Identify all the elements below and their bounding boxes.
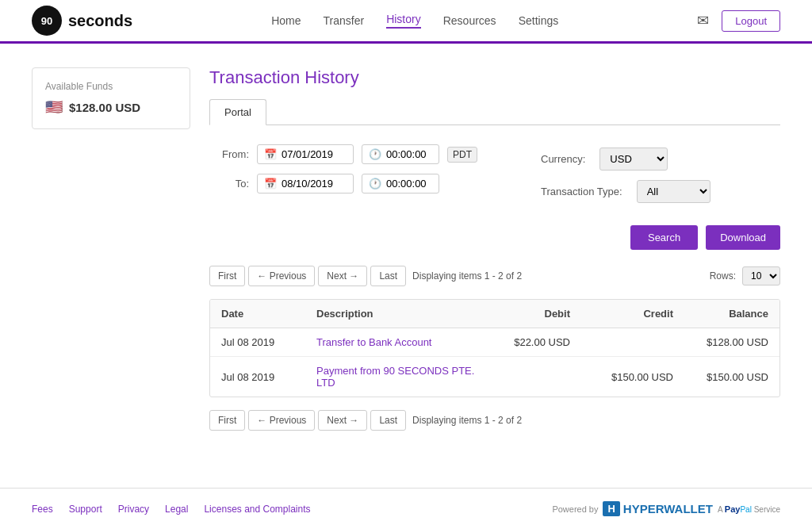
to-date-input[interactable] [282, 178, 347, 190]
to-time-input[interactable] [386, 178, 432, 190]
to-date-wrap[interactable]: 📅 [257, 174, 354, 194]
logo-number: 90 [41, 15, 52, 27]
footer-right: Powered by H HYPERWALLET A PayPal Servic… [552, 501, 780, 516]
search-button[interactable]: Search [630, 225, 698, 250]
calendar-icon-2: 📅 [264, 178, 277, 190]
available-funds-amount: 🇺🇸 $128.00 USD [45, 98, 177, 116]
currency-select-wrap[interactable]: USD CAD EUR [599, 148, 668, 171]
from-date-input[interactable] [282, 148, 347, 160]
currency-row: Currency: USD CAD EUR [541, 148, 710, 171]
col-header-date: Date [210, 300, 305, 328]
footer-privacy[interactable]: Privacy [118, 504, 149, 515]
logo: 90 seconds [32, 6, 132, 36]
nav-resources[interactable]: Resources [443, 14, 496, 27]
logo-circle: 90 [32, 6, 62, 36]
header-right: ✉ Logout [697, 10, 780, 32]
footer: Fees Support Privacy Legal Licenses and … [0, 488, 812, 525]
row1-date: Jul 08 2019 [210, 328, 305, 357]
row2-balance: $150.00 USD [684, 357, 779, 397]
us-flag-icon: 🇺🇸 [45, 98, 63, 116]
from-time-wrap[interactable]: 🕐 [362, 144, 439, 164]
footer-legal[interactable]: Legal [165, 504, 188, 515]
transaction-type-select[interactable]: All Credit Debit [637, 180, 710, 203]
row1-credit [581, 328, 684, 357]
mail-icon[interactable]: ✉ [697, 12, 709, 29]
funds-amount: $128.00 USD [69, 101, 140, 114]
date-inputs: From: 📅 🕐 PDT To: [209, 144, 477, 203]
nav-transfer[interactable]: Transfer [324, 14, 365, 27]
row1-description: Transfer to Bank Account [305, 328, 494, 357]
bottom-pagination: First ← Previous Next → Last Displaying … [209, 410, 780, 431]
to-time-wrap[interactable]: 🕐 [362, 174, 439, 194]
prev-button[interactable]: ← Previous [248, 266, 315, 286]
hw-box-icon: H [603, 501, 619, 516]
type-select-wrap[interactable]: All Credit Debit [637, 180, 710, 203]
row2-debit [494, 357, 581, 397]
footer-links: Fees Support Privacy Legal Licenses and … [32, 504, 311, 515]
row1-debit: $22.00 USD [494, 328, 581, 357]
table-row: Jul 08 2019 Transfer to Bank Account $22… [210, 328, 779, 357]
row1-balance: $128.00 USD [684, 328, 779, 357]
main-content: Available Funds 🇺🇸 $128.00 USD Transacti… [0, 44, 812, 488]
bottom-last-button[interactable]: Last [370, 410, 406, 431]
from-date-wrap[interactable]: 📅 [257, 144, 354, 164]
paypal-service: A PayPal Service [718, 504, 780, 514]
logout-button[interactable]: Logout [722, 10, 780, 32]
download-button[interactable]: Download [706, 225, 780, 250]
available-funds-card: Available Funds 🇺🇸 $128.00 USD [32, 67, 190, 129]
row2-credit: $150.00 USD [581, 357, 684, 397]
hw-name: HYPERWALLET [623, 502, 713, 515]
row2-description: Payment from 90 SECONDS PTE. LTD [305, 357, 494, 397]
rows-label: Rows: [710, 270, 736, 282]
currency-select[interactable]: USD CAD EUR [599, 148, 668, 171]
transactions-table-wrap: Date Description Debit Credit Balance Ju… [209, 299, 780, 397]
transactions-table: Date Description Debit Credit Balance Ju… [210, 300, 779, 397]
paypal-label: A [718, 505, 725, 514]
row1-description-link[interactable]: Transfer to Bank Account [316, 336, 431, 348]
search-form: From: 📅 🕐 PDT To: [209, 144, 780, 250]
hyperwallet-logo: H HYPERWALLET [603, 501, 712, 516]
main-nav: Home Transfer History Resources Settings [271, 13, 558, 29]
transaction-type-label: Transaction Type: [541, 186, 622, 197]
bottom-prev-button[interactable]: ← Previous [248, 410, 315, 431]
content-area: Transaction History Portal From: 📅 🕐 [209, 67, 780, 464]
footer-fees[interactable]: Fees [32, 504, 53, 515]
table-header-row: Date Description Debit Credit Balance [210, 300, 779, 328]
next-button[interactable]: Next → [318, 266, 367, 286]
row2-description-link[interactable]: Payment from 90 SECONDS PTE. LTD [316, 365, 474, 389]
first-button[interactable]: First [209, 266, 245, 286]
col-header-description: Description [305, 300, 494, 328]
timezone-badge: PDT [447, 147, 477, 163]
powered-by-text: Powered by [552, 504, 598, 514]
bottom-first-button[interactable]: First [209, 410, 245, 431]
filter-selects: Currency: USD CAD EUR Transaction Type: [541, 144, 710, 213]
row2-date: Jul 08 2019 [210, 357, 305, 397]
footer-support[interactable]: Support [69, 504, 102, 515]
display-info: Displaying items 1 - 2 of 2 [412, 270, 522, 282]
paypal-brand-pal: Pal [740, 505, 751, 514]
type-row: Transaction Type: All Credit Debit [541, 180, 710, 203]
col-header-balance: Balance [684, 300, 779, 328]
from-row: From: 📅 🕐 PDT [209, 144, 477, 164]
col-header-credit: Credit [581, 300, 684, 328]
tabs: Portal [209, 99, 780, 125]
nav-history[interactable]: History [386, 13, 421, 29]
table-row: Jul 08 2019 Payment from 90 SECONDS PTE.… [210, 357, 779, 397]
tab-portal[interactable]: Portal [209, 99, 266, 125]
footer-licenses[interactable]: Licenses and Complaints [204, 504, 310, 515]
nav-home[interactable]: Home [271, 14, 301, 27]
col-header-debit: Debit [494, 300, 581, 328]
paypal-brand-pay: Pay [725, 504, 741, 514]
page-title: Transaction History [209, 67, 780, 88]
from-time-input[interactable] [386, 148, 432, 160]
rows-select[interactable]: 10 25 50 [742, 266, 780, 285]
to-row: To: 📅 🕐 [209, 174, 477, 194]
calendar-icon: 📅 [264, 148, 277, 160]
header: 90 seconds Home Transfer History Resourc… [0, 0, 812, 44]
logo-text: seconds [68, 12, 132, 30]
clock-icon-2: 🕐 [369, 178, 381, 190]
nav-settings[interactable]: Settings [519, 14, 559, 27]
last-button[interactable]: Last [370, 266, 406, 286]
bottom-next-button[interactable]: Next → [318, 410, 367, 431]
paypal-service-text: Service [752, 505, 780, 514]
